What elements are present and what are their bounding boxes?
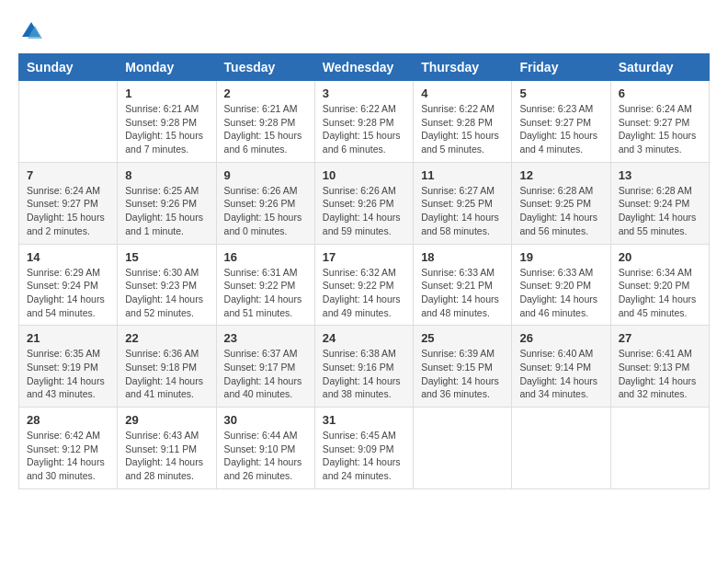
day-number: 2 — [224, 86, 307, 100]
day-number: 14 — [27, 250, 109, 264]
calendar-cell: 22Sunrise: 6:36 AM Sunset: 9:18 PM Dayli… — [118, 326, 216, 408]
day-number: 20 — [619, 250, 701, 264]
calendar-cell: 25Sunrise: 6:39 AM Sunset: 9:15 PM Dayli… — [414, 326, 512, 408]
day-info: Sunrise: 6:22 AM Sunset: 9:28 PM Dayligh… — [323, 102, 405, 156]
day-info: Sunrise: 6:35 AM Sunset: 9:19 PM Dayligh… — [27, 347, 109, 401]
calendar-cell: 10Sunrise: 6:26 AM Sunset: 9:26 PM Dayli… — [314, 162, 413, 244]
day-number: 19 — [519, 250, 602, 264]
day-number: 25 — [421, 331, 504, 345]
day-info: Sunrise: 6:31 AM Sunset: 9:22 PM Dayligh… — [224, 266, 307, 320]
calendar-cell: 21Sunrise: 6:35 AM Sunset: 9:19 PM Dayli… — [19, 326, 118, 408]
weekday-header-sunday: Sunday — [19, 54, 118, 81]
calendar-cell — [610, 408, 709, 489]
calendar-cell: 14Sunrise: 6:29 AM Sunset: 9:24 PM Dayli… — [19, 244, 118, 326]
day-info: Sunrise: 6:44 AM Sunset: 9:10 PM Dayligh… — [224, 429, 307, 483]
day-number: 21 — [27, 331, 109, 345]
day-info: Sunrise: 6:34 AM Sunset: 9:20 PM Dayligh… — [619, 266, 701, 320]
day-info: Sunrise: 6:33 AM Sunset: 9:20 PM Dayligh… — [519, 266, 602, 320]
day-info: Sunrise: 6:30 AM Sunset: 9:23 PM Dayligh… — [125, 266, 208, 320]
day-number: 29 — [125, 413, 208, 427]
day-number: 30 — [224, 413, 307, 427]
weekday-header-monday: Monday — [118, 54, 216, 81]
calendar-cell: 26Sunrise: 6:40 AM Sunset: 9:14 PM Dayli… — [512, 326, 610, 408]
calendar-cell: 23Sunrise: 6:37 AM Sunset: 9:17 PM Dayli… — [216, 326, 314, 408]
day-number: 17 — [323, 250, 405, 264]
day-number: 10 — [323, 168, 405, 182]
calendar-cell: 19Sunrise: 6:33 AM Sunset: 9:20 PM Dayli… — [512, 244, 610, 326]
calendar-cell: 31Sunrise: 6:45 AM Sunset: 9:09 PM Dayli… — [314, 408, 413, 489]
calendar-cell: 11Sunrise: 6:27 AM Sunset: 9:25 PM Dayli… — [414, 162, 512, 244]
day-number: 13 — [619, 168, 701, 182]
day-info: Sunrise: 6:41 AM Sunset: 9:13 PM Dayligh… — [619, 347, 701, 401]
day-number: 9 — [224, 168, 307, 182]
calendar-cell: 18Sunrise: 6:33 AM Sunset: 9:21 PM Dayli… — [414, 244, 512, 326]
day-info: Sunrise: 6:28 AM Sunset: 9:24 PM Dayligh… — [619, 184, 701, 238]
calendar-cell: 7Sunrise: 6:24 AM Sunset: 9:27 PM Daylig… — [19, 162, 118, 244]
day-number: 8 — [125, 168, 208, 182]
calendar-cell: 3Sunrise: 6:22 AM Sunset: 9:28 PM Daylig… — [314, 81, 413, 163]
calendar-cell: 9Sunrise: 6:26 AM Sunset: 9:26 PM Daylig… — [216, 162, 314, 244]
day-info: Sunrise: 6:23 AM Sunset: 9:27 PM Dayligh… — [519, 102, 602, 156]
calendar-cell: 6Sunrise: 6:24 AM Sunset: 9:27 PM Daylig… — [610, 81, 709, 163]
day-info: Sunrise: 6:26 AM Sunset: 9:26 PM Dayligh… — [323, 184, 405, 238]
day-number: 24 — [323, 331, 405, 345]
calendar-cell: 15Sunrise: 6:30 AM Sunset: 9:23 PM Dayli… — [118, 244, 216, 326]
day-info: Sunrise: 6:32 AM Sunset: 9:22 PM Dayligh… — [323, 266, 405, 320]
calendar-cell: 24Sunrise: 6:38 AM Sunset: 9:16 PM Dayli… — [314, 326, 413, 408]
logo — [18, 18, 48, 44]
day-info: Sunrise: 6:22 AM Sunset: 9:28 PM Dayligh… — [421, 102, 504, 156]
day-info: Sunrise: 6:21 AM Sunset: 9:28 PM Dayligh… — [224, 102, 307, 156]
day-info: Sunrise: 6:24 AM Sunset: 9:27 PM Dayligh… — [619, 102, 701, 156]
day-number: 11 — [421, 168, 504, 182]
calendar-cell: 12Sunrise: 6:28 AM Sunset: 9:25 PM Dayli… — [512, 162, 610, 244]
header — [18, 18, 710, 44]
weekday-header-tuesday: Tuesday — [216, 54, 314, 81]
day-number: 1 — [125, 86, 208, 100]
calendar-cell: 4Sunrise: 6:22 AM Sunset: 9:28 PM Daylig… — [414, 81, 512, 163]
day-number: 7 — [27, 168, 109, 182]
day-info: Sunrise: 6:26 AM Sunset: 9:26 PM Dayligh… — [224, 184, 307, 238]
calendar-cell: 29Sunrise: 6:43 AM Sunset: 9:11 PM Dayli… — [118, 408, 216, 489]
day-number: 16 — [224, 250, 307, 264]
day-number: 12 — [519, 168, 602, 182]
day-info: Sunrise: 6:45 AM Sunset: 9:09 PM Dayligh… — [323, 429, 405, 483]
weekday-header-wednesday: Wednesday — [314, 54, 413, 81]
day-number: 15 — [125, 250, 208, 264]
calendar-week-3: 14Sunrise: 6:29 AM Sunset: 9:24 PM Dayli… — [19, 244, 710, 326]
weekday-header-friday: Friday — [512, 54, 610, 81]
calendar-cell: 28Sunrise: 6:42 AM Sunset: 9:12 PM Dayli… — [19, 408, 118, 489]
calendar-cell — [512, 408, 610, 489]
calendar-cell: 1Sunrise: 6:21 AM Sunset: 9:28 PM Daylig… — [118, 81, 216, 163]
calendar-cell: 13Sunrise: 6:28 AM Sunset: 9:24 PM Dayli… — [610, 162, 709, 244]
calendar-cell — [19, 81, 118, 163]
weekday-header-thursday: Thursday — [414, 54, 512, 81]
day-number: 6 — [619, 86, 701, 100]
calendar-cell: 30Sunrise: 6:44 AM Sunset: 9:10 PM Dayli… — [216, 408, 314, 489]
day-info: Sunrise: 6:24 AM Sunset: 9:27 PM Dayligh… — [27, 184, 109, 238]
calendar-week-1: 1Sunrise: 6:21 AM Sunset: 9:28 PM Daylig… — [19, 81, 710, 163]
calendar-cell: 16Sunrise: 6:31 AM Sunset: 9:22 PM Dayli… — [216, 244, 314, 326]
weekday-header-row: SundayMondayTuesdayWednesdayThursdayFrid… — [19, 54, 710, 81]
calendar: SundayMondayTuesdayWednesdayThursdayFrid… — [18, 53, 710, 489]
day-info: Sunrise: 6:29 AM Sunset: 9:24 PM Dayligh… — [27, 266, 109, 320]
day-info: Sunrise: 6:33 AM Sunset: 9:21 PM Dayligh… — [421, 266, 504, 320]
calendar-header: SundayMondayTuesdayWednesdayThursdayFrid… — [19, 54, 710, 81]
day-number: 22 — [125, 331, 208, 345]
calendar-week-5: 28Sunrise: 6:42 AM Sunset: 9:12 PM Dayli… — [19, 408, 710, 489]
calendar-cell: 8Sunrise: 6:25 AM Sunset: 9:26 PM Daylig… — [118, 162, 216, 244]
calendar-cell: 17Sunrise: 6:32 AM Sunset: 9:22 PM Dayli… — [314, 244, 413, 326]
day-number: 3 — [323, 86, 405, 100]
day-number: 31 — [323, 413, 405, 427]
day-info: Sunrise: 6:38 AM Sunset: 9:16 PM Dayligh… — [323, 347, 405, 401]
day-number: 4 — [421, 86, 504, 100]
day-number: 26 — [519, 331, 602, 345]
day-number: 5 — [519, 86, 602, 100]
logo-icon — [18, 18, 44, 44]
calendar-cell: 20Sunrise: 6:34 AM Sunset: 9:20 PM Dayli… — [610, 244, 709, 326]
calendar-cell — [414, 408, 512, 489]
day-info: Sunrise: 6:39 AM Sunset: 9:15 PM Dayligh… — [421, 347, 504, 401]
calendar-cell: 27Sunrise: 6:41 AM Sunset: 9:13 PM Dayli… — [610, 326, 709, 408]
day-info: Sunrise: 6:21 AM Sunset: 9:28 PM Dayligh… — [125, 102, 208, 156]
calendar-cell: 2Sunrise: 6:21 AM Sunset: 9:28 PM Daylig… — [216, 81, 314, 163]
calendar-week-2: 7Sunrise: 6:24 AM Sunset: 9:27 PM Daylig… — [19, 162, 710, 244]
